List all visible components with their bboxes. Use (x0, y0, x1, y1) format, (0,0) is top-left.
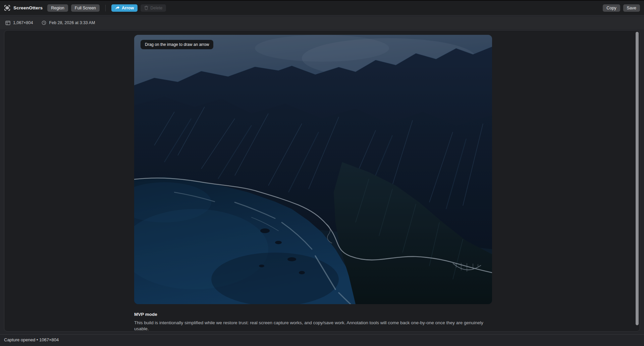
canvas-hint-tooltip: Drag on the image to draw an arrow (141, 40, 213, 49)
capture-panel: Drag on the image to draw an arrow MVP m… (4, 30, 640, 332)
toolbar-left-group: ScreenOtters Region Full Screen Arrow (4, 4, 166, 12)
arrow-icon (115, 6, 120, 10)
toolbar-right-group: Copy Save (603, 4, 640, 12)
fullscreen-button[interactable]: Full Screen (71, 4, 100, 12)
delete-label: Delete (150, 6, 162, 10)
captured-image-canvas[interactable]: Drag on the image to draw an arrow (134, 35, 492, 304)
content-area: Drag on the image to draw an arrow MVP m… (0, 29, 644, 334)
info-body-text: This build is intentionally simplified w… (134, 320, 492, 332)
info-heading: MVP mode (134, 312, 492, 317)
arrow-tool-button[interactable]: Arrow (111, 4, 138, 12)
status-text: Capture opened • 1067×804 (4, 337, 59, 342)
status-bar: Capture opened • 1067×804 (0, 334, 644, 345)
arrow-tool-label: Arrow (122, 6, 134, 10)
toolbar-divider (105, 5, 106, 11)
save-button[interactable]: Save (623, 4, 640, 12)
trash-icon (144, 6, 148, 10)
app-logo-icon (4, 5, 10, 11)
copy-button[interactable]: Copy (603, 4, 620, 12)
app-title: ScreenOtters (13, 5, 43, 10)
app-window: ScreenOtters Region Full Screen Arrow (0, 0, 644, 346)
capture-dimensions: 1,067×804 (13, 20, 33, 25)
clock-icon (42, 20, 46, 25)
capture-column: Drag on the image to draw an arrow MVP m… (134, 35, 492, 332)
region-button[interactable]: Region (47, 4, 68, 12)
toolbar: ScreenOtters Region Full Screen Arrow (0, 0, 644, 15)
image-dimensions-icon (5, 21, 10, 25)
big-sur-coast-image (134, 35, 492, 304)
capture-meta-bar: 1,067×804 Feb 28, 2026 at 3:33 AM (0, 16, 644, 29)
capture-timestamp: Feb 28, 2026 at 3:33 AM (49, 20, 95, 25)
delete-button[interactable]: Delete (141, 4, 166, 12)
info-block: MVP mode This build is intentionally sim… (134, 304, 492, 332)
vertical-scrollbar[interactable] (636, 32, 639, 325)
